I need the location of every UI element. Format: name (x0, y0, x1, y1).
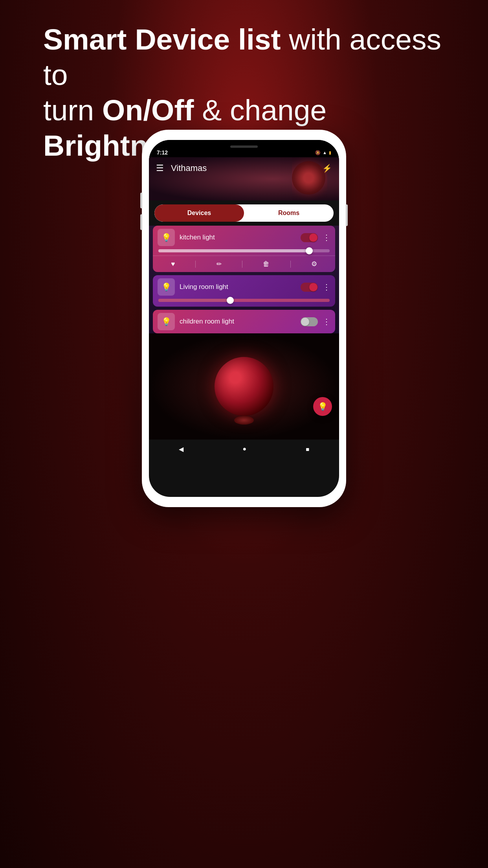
phone-vol-up (140, 193, 142, 208)
kitchen-toggle[interactable] (301, 233, 318, 242)
nav-bar: ◀ ● ■ (149, 440, 339, 458)
settings-icon[interactable]: ⚙ (311, 260, 317, 268)
wifi-icon: ▲ (323, 150, 327, 155)
device-children-main-row: 💡 children room light ⋮ (153, 310, 335, 333)
header-bold-1: Smart Device list (43, 23, 281, 56)
favorite-icon[interactable]: ♥ (171, 260, 175, 268)
header-bold-2: On/Off (102, 94, 194, 127)
tab-devices-label: Devices (187, 210, 211, 217)
device-card-living: 💡 Living room light ⋮ (153, 275, 335, 307)
device-kitchen-main-row: 💡 kitchen light ⋮ (153, 226, 335, 249)
phone-power-button (346, 204, 348, 226)
living-toggle[interactable] (301, 283, 318, 292)
device-living-main-row: 💡 Living room light ⋮ (153, 275, 335, 299)
status-time: 7:12 (157, 149, 168, 156)
device-card-kitchen: 💡 kitchen light ⋮ (153, 226, 335, 272)
action-divider-1 (195, 261, 196, 268)
delete-icon[interactable]: 🗑 (263, 260, 270, 268)
fab-button[interactable]: 💡 (313, 397, 332, 416)
nav-recent[interactable]: ■ (306, 446, 309, 452)
action-divider-3 (290, 261, 291, 268)
kitchen-slider-track[interactable] (158, 249, 330, 252)
header-normal-2: turn (43, 94, 102, 127)
device-children-icon-box: 💡 (158, 313, 175, 330)
fab-icon: 💡 (318, 402, 328, 411)
lamp-decoration (215, 357, 273, 416)
lamp-base (234, 416, 254, 425)
living-slider-row (153, 299, 335, 307)
children-toggle[interactable] (301, 317, 318, 326)
device-living-icon-box: 💡 (158, 278, 175, 296)
children-device-name: children room light (180, 318, 301, 326)
kitchen-slider-row (153, 249, 335, 256)
phone-device: 7:12 🔕 ▲ ▮ ☰ Vithamas ⚡ (142, 130, 346, 507)
kitchen-action-bar: ♥ ✏ 🗑 ⚙ (153, 256, 335, 272)
battery-icon: ▮ (329, 150, 331, 155)
action-divider-2 (242, 261, 242, 268)
mute-icon: 🔕 (315, 150, 321, 155)
phone-speaker (230, 145, 258, 148)
living-bulb-icon: 💡 (161, 282, 171, 292)
device-card-children: 💡 children room light ⋮ (153, 310, 335, 333)
kitchen-slider-thumb[interactable] (306, 247, 313, 254)
devices-list: 💡 kitchen light ⋮ (149, 226, 339, 333)
tab-bar: Devices Rooms (154, 204, 334, 222)
header-normal-3: & change (202, 94, 327, 127)
living-slider-fill (158, 299, 230, 302)
living-slider-track[interactable] (158, 299, 330, 302)
lamp-sphere (215, 357, 273, 416)
status-bar: 7:12 🔕 ▲ ▮ (149, 140, 339, 157)
nav-home[interactable]: ● (243, 445, 247, 452)
kitchen-more-icon[interactable]: ⋮ (323, 233, 330, 242)
kitchen-device-name: kitchen light (180, 234, 301, 241)
living-slider-thumb[interactable] (227, 297, 234, 304)
kitchen-slider-fill (158, 249, 309, 252)
kitchen-bulb-icon: 💡 (161, 233, 171, 242)
edit-icon[interactable]: ✏ (216, 260, 222, 268)
tab-rooms-label: Rooms (278, 210, 299, 217)
phone-screen: 7:12 🔕 ▲ ▮ ☰ Vithamas ⚡ (149, 140, 339, 497)
nav-back[interactable]: ◀ (179, 445, 183, 453)
children-bulb-icon: 💡 (161, 317, 171, 326)
header-decoration (292, 157, 327, 200)
phone-vol-down (140, 214, 142, 230)
bottom-image-area: 💡 (149, 333, 339, 440)
living-device-name: Living room light (180, 283, 301, 291)
tab-devices[interactable]: Devices (154, 204, 244, 222)
menu-icon[interactable]: ☰ (156, 163, 164, 173)
status-icons: 🔕 ▲ ▮ (315, 150, 331, 155)
tab-rooms[interactable]: Rooms (244, 204, 334, 222)
app-header-bg: ☰ Vithamas ⚡ (149, 157, 339, 200)
children-more-icon[interactable]: ⋮ (323, 317, 330, 326)
living-more-icon[interactable]: ⋮ (323, 282, 330, 292)
device-kitchen-icon-box: 💡 (158, 229, 175, 246)
